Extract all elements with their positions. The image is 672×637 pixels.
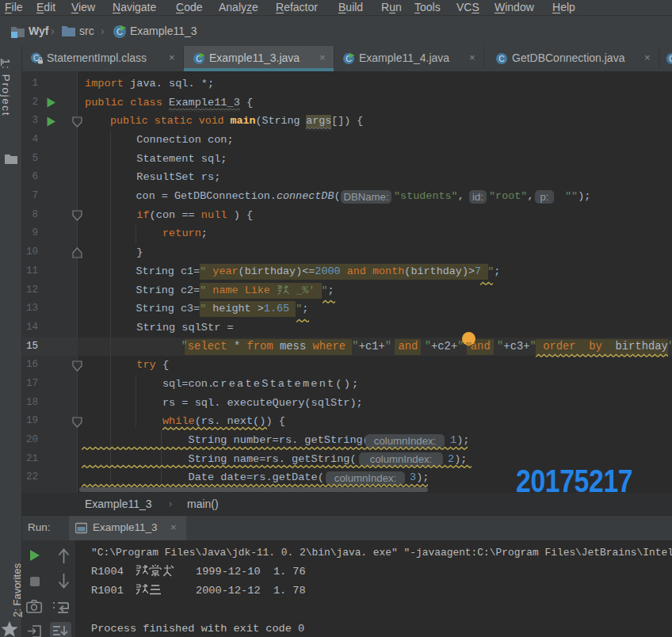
svg-text:C: C	[498, 54, 505, 63]
svg-text:C: C	[669, 54, 672, 63]
